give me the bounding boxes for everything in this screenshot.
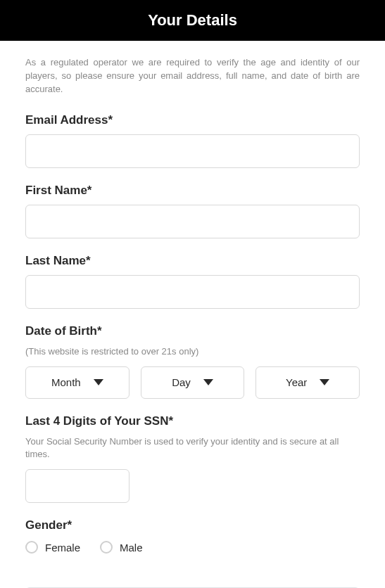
gender-radios: Female Male bbox=[25, 541, 360, 554]
firstname-label: First Name* bbox=[25, 184, 360, 198]
radio-icon bbox=[100, 541, 113, 554]
form-content: As a regulated operator we are required … bbox=[0, 41, 385, 588]
ssn-group: Last 4 Digits of Your SSN* Your Social S… bbox=[25, 414, 360, 503]
dob-row: Month Day Year bbox=[25, 366, 360, 399]
chevron-down-icon bbox=[203, 379, 213, 385]
ssn-helper: Your Social Security Number is used to v… bbox=[25, 435, 360, 461]
firstname-field[interactable] bbox=[25, 205, 360, 238]
dob-year-value: Year bbox=[286, 376, 307, 388]
page-title: Your Details bbox=[148, 11, 237, 29]
gender-female-radio[interactable]: Female bbox=[25, 541, 80, 554]
dob-label: Date of Birth* bbox=[25, 324, 360, 338]
intro-text: As a regulated operator we are required … bbox=[25, 56, 360, 96]
gender-male-radio[interactable]: Male bbox=[100, 541, 143, 554]
dob-month-value: Month bbox=[51, 376, 81, 388]
dob-year-select[interactable]: Year bbox=[255, 366, 360, 399]
dob-helper: (This website is restricted to over 21s … bbox=[25, 345, 360, 358]
lastname-group: Last Name* bbox=[25, 254, 360, 309]
dob-month-select[interactable]: Month bbox=[25, 366, 130, 399]
email-group: Email Address* bbox=[25, 113, 360, 168]
chevron-down-icon bbox=[320, 379, 329, 385]
ssn-field[interactable] bbox=[25, 469, 130, 503]
gender-female-label: Female bbox=[45, 542, 80, 554]
radio-icon bbox=[25, 541, 38, 554]
gender-male-label: Male bbox=[120, 542, 143, 554]
dob-day-value: Day bbox=[172, 376, 191, 388]
chevron-down-icon bbox=[94, 379, 103, 385]
page-header: Your Details bbox=[0, 0, 385, 41]
gender-label: Gender* bbox=[25, 518, 360, 532]
email-label: Email Address* bbox=[25, 113, 360, 127]
lastname-label: Last Name* bbox=[25, 254, 360, 268]
firstname-group: First Name* bbox=[25, 184, 360, 238]
dob-day-select[interactable]: Day bbox=[141, 366, 245, 399]
email-field[interactable] bbox=[25, 134, 360, 168]
lastname-field[interactable] bbox=[25, 275, 360, 309]
dob-group: Date of Birth* (This website is restrict… bbox=[25, 324, 360, 399]
ssn-label: Last 4 Digits of Your SSN* bbox=[25, 414, 360, 428]
gender-group: Gender* Female Male bbox=[25, 518, 360, 554]
